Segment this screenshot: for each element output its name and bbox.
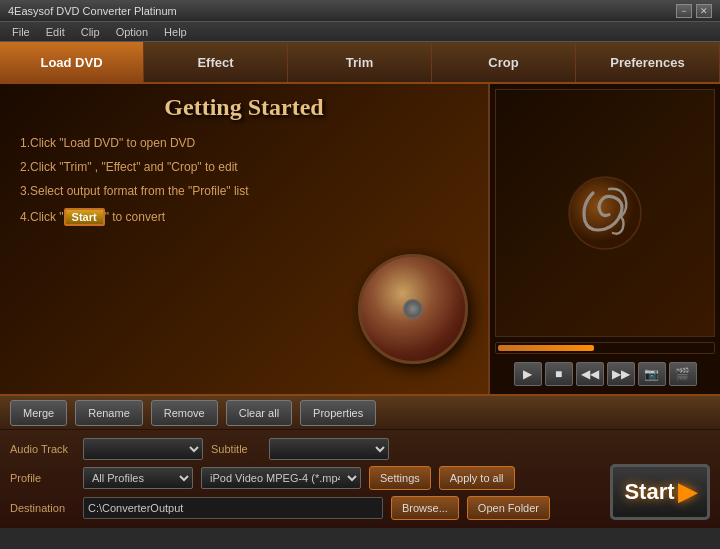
menu-clip[interactable]: Clip [73,22,108,41]
bottom-area: Audio Track Subtitle Profile All Profile… [0,430,720,528]
dvd-image [358,254,468,364]
logo-svg [565,173,645,253]
tabbar: Load DVD Effect Trim Crop Preferences [0,42,720,84]
video-preview [495,89,715,337]
right-panel: ▶ ■ ◀◀ ▶▶ 📷 🎬 [490,84,720,394]
fast-forward-button[interactable]: ▶▶ [607,362,635,386]
dvd-center-hole [403,299,423,319]
instruction-3: 3.Select output format from the "Profile… [10,184,478,198]
audio-subtitle-row: Audio Track Subtitle [10,438,710,460]
snapshot-button[interactable]: 📷 [638,362,666,386]
video-controls: ▶ ■ ◀◀ ▶▶ 📷 🎬 [495,359,715,389]
stop-button[interactable]: ■ [545,362,573,386]
minimize-button[interactable]: − [676,4,692,18]
tab-preferences[interactable]: Preferences [576,42,720,82]
profile-row: Profile All Profiles iPod Video MPEG-4 (… [10,466,710,490]
apply-to-all-button[interactable]: Apply to all [439,466,515,490]
start-button[interactable]: Start ▶ [610,464,710,520]
bottom-toolbar: Merge Rename Remove Clear all Properties [0,394,720,430]
menu-edit[interactable]: Edit [38,22,73,41]
video-snap-button[interactable]: 🎬 [669,362,697,386]
remove-button[interactable]: Remove [151,400,218,426]
menu-file[interactable]: File [4,22,38,41]
getting-started-title: Getting Started [10,94,478,121]
progress-bar-fill [498,345,594,351]
tab-crop[interactable]: Crop [432,42,576,82]
tab-trim[interactable]: Trim [288,42,432,82]
main-content: Getting Started 1.Click "Load DVD" to op… [0,84,720,394]
svg-point-0 [569,177,641,249]
destination-input[interactable] [83,497,383,519]
open-folder-button[interactable]: Open Folder [467,496,550,520]
menu-help[interactable]: Help [156,22,195,41]
instruction-4: 4.Click "Start" to convert [10,208,478,226]
progress-bar-container[interactable] [495,342,715,354]
browse-button[interactable]: Browse... [391,496,459,520]
left-panel: Getting Started 1.Click "Load DVD" to op… [0,84,490,394]
tab-load-dvd[interactable]: Load DVD [0,42,144,82]
titlebar-controls: − ✕ [676,4,712,18]
profile-format-select[interactable]: iPod Video MPEG-4 (*.mp4) [201,467,361,489]
audio-track-select[interactable] [83,438,203,460]
instruction-2: 2.Click "Trim" , "Effect" and "Crop" to … [10,160,478,174]
titlebar: 4Easysof DVD Converter Platinum − ✕ [0,0,720,22]
close-button[interactable]: ✕ [696,4,712,18]
properties-button[interactable]: Properties [300,400,376,426]
menu-option[interactable]: Option [108,22,156,41]
subtitle-label: Subtitle [211,443,261,455]
start-inline-button[interactable]: Start [64,208,105,226]
start-arrow-icon: ▶ [678,478,696,506]
destination-row: Destination Browse... Open Folder [10,496,710,520]
subtitle-select[interactable] [269,438,389,460]
profile-select[interactable]: All Profiles [83,467,193,489]
destination-label: Destination [10,502,75,514]
profile-label: Profile [10,472,75,484]
merge-button[interactable]: Merge [10,400,67,426]
menubar: File Edit Clip Option Help [0,22,720,42]
clear-all-button[interactable]: Clear all [226,400,292,426]
settings-button[interactable]: Settings [369,466,431,490]
dvd-disc [358,254,468,364]
audio-track-label: Audio Track [10,443,75,455]
start-label: Start [624,479,674,505]
play-button[interactable]: ▶ [514,362,542,386]
rename-button[interactable]: Rename [75,400,143,426]
app-title: 4Easysof DVD Converter Platinum [8,5,177,17]
rewind-button[interactable]: ◀◀ [576,362,604,386]
tab-effect[interactable]: Effect [144,42,288,82]
instruction-1: 1.Click "Load DVD" to open DVD [10,136,478,150]
